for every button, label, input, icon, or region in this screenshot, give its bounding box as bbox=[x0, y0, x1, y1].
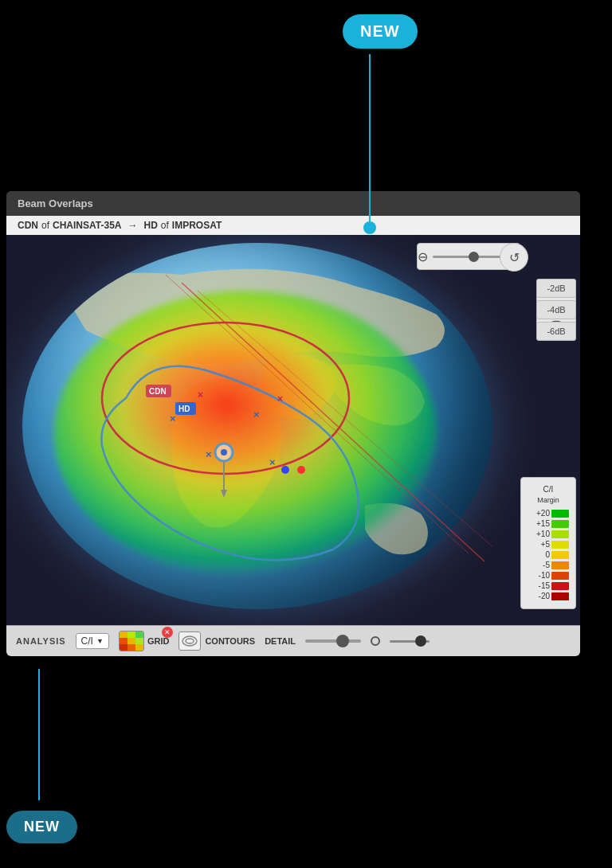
secondary-slider-thumb[interactable] bbox=[415, 635, 426, 647]
of1-text: of bbox=[41, 220, 49, 231]
svg-point-30 bbox=[186, 639, 194, 643]
zoom-slider[interactable] bbox=[433, 256, 504, 258]
grid-close-button[interactable]: ✕ bbox=[162, 627, 173, 638]
legend-panel: C/I Margin +20 +15 +10 +5 0 bbox=[520, 477, 576, 609]
svg-point-29 bbox=[182, 636, 197, 646]
full-slider-row bbox=[390, 640, 430, 643]
svg-text:×: × bbox=[277, 393, 283, 405]
ci-dropdown-label: C/I bbox=[81, 635, 93, 647]
detail-label: DETAIL bbox=[265, 636, 296, 646]
legend-color-20 bbox=[551, 510, 569, 518]
svg-text:CDN: CDN bbox=[149, 387, 167, 396]
svg-point-16 bbox=[221, 449, 227, 456]
panel-header: Beam Overlaps bbox=[6, 191, 580, 216]
new-badge-top: NEW bbox=[343, 14, 418, 49]
db-minus6-button[interactable]: -6dB bbox=[536, 322, 576, 341]
legend-row-20: +20 bbox=[528, 509, 569, 518]
legend-row-15: +15 bbox=[528, 519, 569, 528]
globe-overlay: CDN HD × × × × × × bbox=[22, 243, 492, 609]
legend-row-n10: -10 bbox=[528, 571, 569, 580]
legend-color-n5 bbox=[551, 561, 569, 569]
analysis-label: ANALYSIS bbox=[16, 636, 66, 646]
contours-label-text: CONTOURS bbox=[205, 636, 255, 646]
reset-button[interactable]: ↺ bbox=[500, 243, 528, 272]
new-badge-bottom: NEW bbox=[6, 811, 77, 843]
db-minus2-button[interactable]: -2dB bbox=[536, 279, 576, 298]
svg-text:HD: HD bbox=[178, 405, 190, 413]
legend-row-5: +5 bbox=[528, 540, 569, 549]
svg-text:×: × bbox=[198, 389, 203, 401]
db-buttons-group: -2dB -4dB -6dB bbox=[536, 279, 576, 341]
ci-dropdown-arrow: ▼ bbox=[96, 637, 104, 645]
grid-button[interactable]: ✕ GRID bbox=[119, 631, 170, 651]
reset-icon: ↺ bbox=[509, 250, 520, 265]
legend-color-5 bbox=[551, 541, 569, 549]
legend-color-n20 bbox=[551, 592, 569, 600]
sat2-label: IMPROSAT bbox=[172, 220, 222, 231]
sat1-label: CHAINSAT-35A bbox=[53, 220, 121, 231]
dot-row bbox=[371, 636, 380, 646]
legend-row-10: +10 bbox=[528, 530, 569, 538]
legend-color-n10 bbox=[551, 572, 569, 580]
connector-line-top bbox=[369, 54, 371, 225]
legend-color-n15 bbox=[551, 582, 569, 590]
contours-icon bbox=[178, 631, 201, 651]
svg-point-1 bbox=[54, 291, 437, 577]
panel-subheader: CDN of CHAINSAT-35A → HD of IMPROSAT bbox=[6, 216, 580, 235]
arrow-text: → bbox=[128, 220, 137, 231]
secondary-slider[interactable] bbox=[390, 640, 430, 643]
legend-row-n15: -15 bbox=[528, 581, 569, 590]
svg-point-14 bbox=[297, 466, 305, 474]
ci-dropdown[interactable]: C/I ▼ bbox=[76, 633, 109, 649]
cdn-label-header: CDN bbox=[18, 220, 38, 231]
legend-color-10 bbox=[551, 530, 569, 538]
svg-text:×: × bbox=[206, 448, 212, 460]
legend-color-0 bbox=[551, 551, 569, 559]
contours-button[interactable]: CONTOURS bbox=[178, 631, 255, 651]
main-panel: Beam Overlaps CDN of CHAINSAT-35A → HD o… bbox=[6, 191, 580, 656]
zoom-out-button[interactable]: ⊖ bbox=[418, 249, 428, 264]
detail-slider[interactable] bbox=[305, 639, 361, 643]
connector-line-bottom bbox=[38, 669, 40, 800]
legend-row-n5: -5 bbox=[528, 561, 569, 569]
svg-text:×: × bbox=[253, 409, 260, 420]
legend-row-n20: -20 bbox=[528, 592, 569, 600]
legend-row-0: 0 bbox=[528, 550, 569, 559]
detail-slider-area bbox=[305, 639, 361, 643]
svg-text:×: × bbox=[269, 456, 276, 468]
detail-slider-thumb[interactable] bbox=[336, 635, 349, 647]
map-area: CDN HD × × × × × × ⊖ bbox=[6, 235, 580, 625]
zoom-slider-thumb[interactable] bbox=[469, 252, 479, 262]
db-minus4-button[interactable]: -4dB bbox=[536, 300, 576, 319]
connector-dot-top bbox=[363, 221, 376, 234]
grid-icon bbox=[119, 631, 144, 651]
legend-header: C/I Margin bbox=[528, 484, 569, 506]
hd-label-header: HD bbox=[143, 220, 157, 231]
legend-color-15 bbox=[551, 520, 569, 528]
analysis-bar: ANALYSIS C/I ▼ ✕ GRID bbox=[6, 625, 580, 656]
of2-text: of bbox=[161, 220, 169, 231]
svg-point-13 bbox=[281, 466, 289, 474]
svg-text:×: × bbox=[170, 412, 176, 424]
dot-empty bbox=[371, 636, 380, 646]
